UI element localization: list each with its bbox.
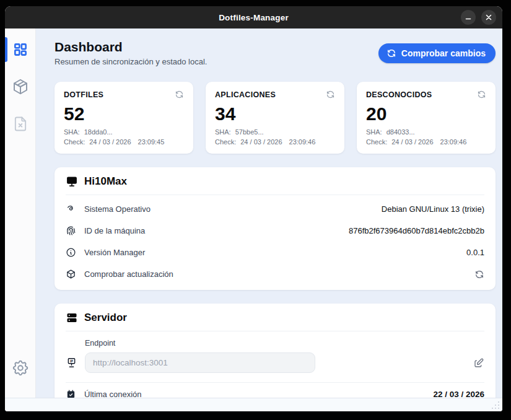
check-time: 23:09:45 (138, 138, 165, 146)
machine-row-os: Sistema Operativo Debian GNU/Linux 13 (t… (66, 198, 484, 220)
window-footer (5, 398, 502, 411)
check-time: 23:09:46 (289, 138, 316, 146)
titlebar[interactable]: Dotfiles-Manager (5, 6, 502, 28)
machine-row-version: Versión Manager 0.0.1 (66, 242, 484, 263)
monitor-icon (66, 175, 78, 188)
network-ip-icon: IP (66, 357, 77, 369)
refresh-aplicaciones-button[interactable] (326, 90, 335, 99)
minimize-button[interactable] (461, 10, 476, 25)
page-subtitle: Resumen de sincronización y estado local… (55, 57, 207, 66)
edit-icon (473, 357, 484, 369)
machine-row-id: ID de la máquina 876fb2f673964d60b7d814e… (66, 220, 484, 242)
edit-endpoint-button[interactable] (473, 357, 484, 369)
machine-panel: Hi10Max Sistema Operativo Debian GNU (55, 167, 496, 290)
stat-label: DESCONOCIDOS (366, 90, 432, 99)
server-panel: Servidor Endpoint IP (55, 304, 496, 409)
sidebar (5, 28, 36, 398)
page-title: Dashboard (55, 40, 207, 55)
stat-value: 52 (64, 105, 184, 123)
sha-label: SHA: (215, 128, 231, 136)
check-label: Check: (64, 138, 85, 146)
resize-grip[interactable] (491, 401, 500, 409)
machine-row-update: Comprobar actualización (66, 263, 484, 285)
stat-value: 20 (366, 105, 486, 123)
machine-row-label: Versión Manager (84, 248, 145, 257)
check-changes-label: Comprobar cambios (401, 48, 486, 58)
stat-card-desconocidos: DESCONOCIDOS 20 SHA:d84033... Check:24 /… (357, 82, 496, 154)
check-time: 23:09:46 (440, 138, 467, 146)
check-changes-button[interactable]: Comprobar cambios (378, 43, 496, 63)
svg-text:IP: IP (70, 359, 73, 363)
window-controls (461, 6, 496, 28)
stat-label: DOTFILES (64, 90, 103, 99)
stat-card-aplicaciones: APLICACIONES 34 SHA:57bbe5... Check:24 /… (206, 82, 344, 154)
endpoint-input[interactable] (85, 352, 315, 373)
stat-label: APLICACIONES (215, 90, 276, 99)
app-window: Dotfiles-Manager (5, 6, 502, 411)
window-title: Dotfiles-Manager (219, 13, 289, 22)
main-content: Dashboard Resumen de sincronización y es… (36, 28, 502, 398)
check-date: 24 / 03 / 2026 (240, 138, 282, 146)
sha-value: 57bbe5... (235, 128, 264, 136)
refresh-icon (477, 90, 486, 99)
check-update-button[interactable] (474, 269, 484, 279)
machine-row-value: Debian GNU/Linux 13 (trixie) (382, 204, 484, 214)
fingerprint-icon (66, 225, 76, 236)
file-x-icon (12, 115, 29, 133)
sidebar-item-settings[interactable] (5, 353, 35, 383)
sha-value: d84033... (387, 128, 415, 136)
server-title: Servidor (84, 312, 127, 324)
sidebar-item-excluded-files[interactable] (5, 109, 35, 139)
stat-value: 34 (215, 105, 335, 123)
gear-icon (11, 359, 30, 377)
update-package-icon (66, 269, 76, 279)
refresh-icon (326, 90, 335, 99)
debian-icon (66, 204, 76, 214)
sidebar-item-dashboard[interactable] (5, 35, 35, 64)
machine-name: Hi10Max (84, 175, 127, 188)
refresh-icon (175, 90, 184, 99)
check-label: Check: (366, 138, 387, 146)
dashboard-icon (12, 42, 28, 58)
refresh-desconocidos-button[interactable] (477, 90, 486, 99)
stat-card-dotfiles: DOTFILES 52 SHA:18dda0... Check:24 / 03 … (55, 82, 193, 154)
sha-label: SHA: (64, 128, 80, 136)
endpoint-label: Endpoint (85, 339, 484, 348)
refresh-icon (387, 48, 396, 58)
sha-value: 18dda0... (84, 128, 113, 136)
sha-label: SHA: (366, 128, 382, 136)
stats-row: DOTFILES 52 SHA:18dda0... Check:24 / 03 … (55, 82, 496, 154)
machine-row-label: Sistema Operativo (84, 204, 151, 214)
close-button[interactable] (481, 10, 496, 25)
machine-row-label: Comprobar actualización (84, 269, 173, 279)
package-icon (11, 77, 30, 96)
info-icon (66, 247, 76, 258)
check-date: 24 / 03 / 2026 (89, 138, 131, 146)
check-date: 24 / 03 / 2026 (391, 138, 433, 146)
sidebar-item-packages[interactable] (5, 72, 35, 102)
minimize-icon (465, 14, 472, 21)
machine-row-value: 876fb2f673964d60b7d814ebfc2cbb2b (349, 226, 484, 235)
close-icon (485, 14, 492, 21)
page-header: Dashboard Resumen de sincronización y es… (55, 40, 496, 66)
check-label: Check: (215, 138, 236, 146)
refresh-icon (474, 269, 484, 279)
refresh-dotfiles-button[interactable] (175, 90, 184, 99)
server-icon (66, 312, 78, 324)
machine-row-value: 0.0.1 (466, 248, 484, 257)
machine-row-label: ID de la máquina (84, 226, 145, 235)
